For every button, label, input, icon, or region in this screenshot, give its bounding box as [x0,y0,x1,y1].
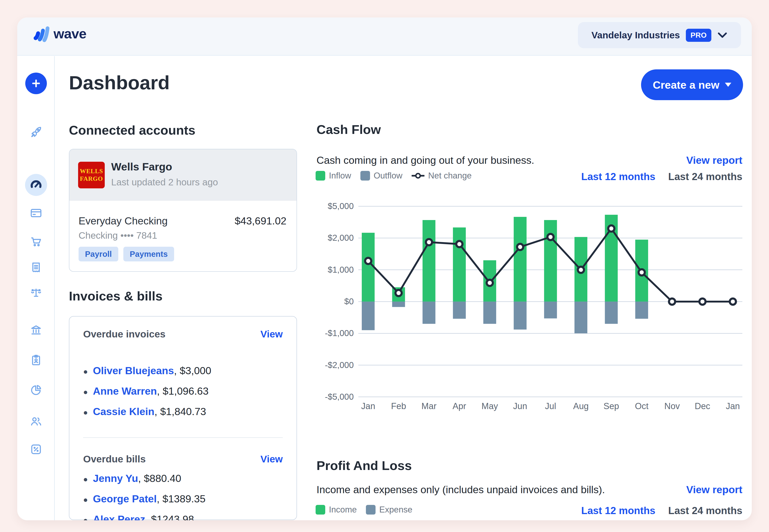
svg-text:Sep: Sep [604,401,619,411]
bullet-icon: ● [83,388,88,396]
cash-flow-tab-last-12-months[interactable]: Last 12 months [581,171,656,182]
overdue-bill-row: ●Jenny Yu, $880.40 [83,473,283,484]
invoice-customer-link[interactable]: Anne Warren [93,385,157,397]
separator: , [154,406,160,417]
main-app-card: wave Vandelay Industries PRO [17,17,752,520]
sidebar-item-payroll[interactable] [17,354,55,367]
account-name: Everyday Checking [79,215,168,227]
pro-badge: PRO [686,29,711,42]
sidebar-item-dashboard[interactable] [17,174,55,196]
overdue-invoice-row: ●Oliver Bluejeans, $3,000 [83,365,283,377]
wave-logo-text: wave [54,26,86,42]
income-swatch-icon [316,505,325,515]
svg-text:Aug: Aug [573,401,589,411]
dashboard-gauge-icon [29,178,43,192]
bill-amount: $880.40 [144,473,181,484]
balance-scale-icon [30,286,42,299]
sidebar-item-launchpad[interactable] [17,126,55,139]
cash-flow-view-report-link[interactable]: View report [686,154,742,166]
overdue-bills-title: Overdue bills [83,453,146,465]
invoice-amount: $3,000 [180,365,211,376]
users-icon [30,415,42,428]
overdue-bill-row: ●George Patel, $1389.35 [83,493,283,505]
svg-text:Jun: Jun [513,401,527,411]
company-selector[interactable]: Vandelay Industries PRO [578,22,741,48]
legend-outflow: Outflow [360,171,402,181]
overdue-invoices-title: Overdue invoices [83,328,166,340]
bill-vendor-link[interactable]: George Patel [93,493,157,505]
account-masked-number: Checking •••• 7841 [79,230,157,241]
cash-flow-subtitle: Cash coming in and going out of your bus… [317,154,534,166]
wave-logo-icon [32,24,51,43]
chevron-down-icon [717,32,727,39]
view-overdue-invoices-link[interactable]: View [260,328,283,340]
sidebar-item-taxes[interactable] [17,443,55,456]
receipt-icon [30,261,42,274]
wave-logo[interactable]: wave [32,24,86,43]
connected-accounts-heading: Connected accounts [69,123,195,138]
last-updated-text: Last updated 2 hours ago [111,177,218,188]
separator: , [174,365,180,376]
wells-fargo-logo: WELLS FARGO [78,162,105,188]
cash-flow-tab-last-24-months[interactable]: Last 24 months [668,171,742,182]
invoice-customer-link[interactable]: Cassie Klein [93,406,155,417]
inflow-swatch-icon [316,171,325,181]
expense-swatch-icon [366,505,376,515]
profit-loss-subtitle: Income and expenses only (includes unpai… [317,484,605,496]
bullet-icon: ● [83,495,88,504]
profit-loss-view-report-link[interactable]: View report [686,484,742,496]
caret-down-icon [725,83,731,87]
sidebar-nav [17,56,55,520]
svg-text:-$1,000: -$1,000 [325,328,354,338]
svg-text:$5,000: $5,000 [328,201,354,211]
sidebar-item-create[interactable] [17,73,55,94]
sidebar-item-purchases[interactable] [17,261,55,274]
invoices-bills-card: Overdue invoices View ●Oliver Bluejeans,… [69,316,297,520]
profit-loss-heading: Profit And Loss [317,458,412,473]
active-item-background [25,174,47,196]
overdue-invoice-row: ●Anne Warren, $1,096.63 [83,385,283,397]
svg-text:Feb: Feb [391,401,406,411]
sidebar-item-reports[interactable] [17,384,55,396]
profit-loss-tab-last-24-months[interactable]: Last 24 months [668,505,742,516]
svg-text:Apr: Apr [452,401,466,411]
page-title: Dashboard [69,72,170,94]
outflow-swatch-icon [360,171,370,181]
svg-text:May: May [481,401,498,411]
view-overdue-bills-link[interactable]: View [260,453,283,465]
bill-vendor-link[interactable]: Jenny Yu [93,473,138,484]
sidebar-item-bank-connections[interactable] [17,323,55,336]
invoice-customer-link[interactable]: Oliver Bluejeans [93,365,174,376]
bullet-icon: ● [83,516,88,520]
profit-loss-tab-last-12-months[interactable]: Last 12 months [581,505,656,516]
wells-fargo-logo-line2: FARGO [80,175,103,183]
separator: , [145,513,151,520]
divider [83,437,283,438]
income-legend-label: Income [329,505,357,515]
wells-fargo-logo-line1: WELLS [80,167,103,175]
svg-text:$2,000: $2,000 [328,233,354,243]
sidebar-item-sales[interactable] [17,235,55,248]
inflow-legend-label: Inflow [329,171,351,181]
connected-account-card[interactable]: WELLS FARGO Wells Fargo Last updated 2 h… [69,149,297,272]
svg-text:$1,000: $1,000 [328,265,354,274]
separator: , [138,473,144,484]
svg-text:Dec: Dec [695,401,710,411]
sidebar-item-accounting[interactable] [17,286,55,299]
invoice-amount: $1,840.73 [160,406,206,417]
create-new-label: Create a new [653,79,719,91]
create-new-button[interactable]: Create a new [641,69,743,100]
credit-card-icon [30,207,42,219]
sidebar-item-banking[interactable] [17,207,55,219]
separator: , [157,493,162,505]
plus-icon [25,73,47,94]
sidebar-item-advisors[interactable] [17,415,55,428]
bill-vendor-link[interactable]: Alex Perez [93,513,145,520]
svg-text:Jan: Jan [361,401,375,411]
cash-flow-chart: $5,000$2,000$1,000$0-$1,000-$2,000-$5,00… [311,201,745,419]
account-card-header: WELLS FARGO Wells Fargo Last updated 2 h… [69,149,297,201]
net-change-legend-label: Net change [428,171,472,181]
bank-name: Wells Fargo [111,160,172,173]
svg-text:Mar: Mar [421,401,437,411]
overdue-bill-row: ●Alex Perez, $1243.98 [83,513,283,520]
